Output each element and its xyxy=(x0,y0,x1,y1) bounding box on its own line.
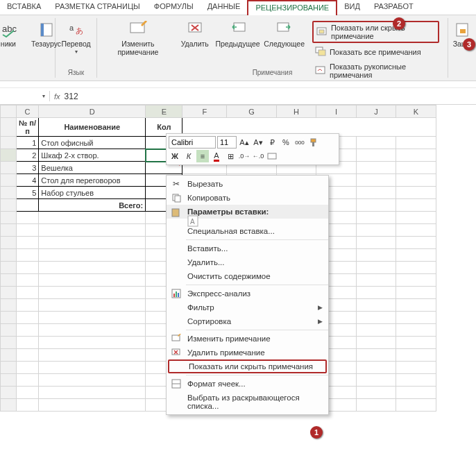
align-center-icon[interactable]: ≡ xyxy=(196,150,209,162)
col-header[interactable]: F xyxy=(182,105,227,118)
italic-button[interactable]: К xyxy=(182,150,195,162)
row-header[interactable] xyxy=(1,287,17,299)
row-header[interactable] xyxy=(1,387,17,399)
borders-icon[interactable]: ⊞ xyxy=(224,150,237,162)
col-header[interactable]: E xyxy=(146,105,182,118)
table-header[interactable]: № п/п xyxy=(16,118,39,137)
fx-label[interactable]: fx xyxy=(54,92,60,101)
cell[interactable]: 2 xyxy=(16,149,39,162)
show-all-comments-icon xyxy=(315,46,326,58)
cell[interactable]: 1 xyxy=(16,137,39,149)
col-header[interactable]: H xyxy=(276,105,316,118)
col-header[interactable]: J xyxy=(356,105,396,118)
row-header[interactable] xyxy=(1,349,17,362)
svg-rect-16 xyxy=(311,139,316,142)
row-header[interactable] xyxy=(1,337,17,349)
cell-total[interactable]: Всего: xyxy=(39,199,146,212)
col-header[interactable]: C xyxy=(16,105,39,118)
ctx-quick-analysis[interactable]: Экспресс-анализ xyxy=(167,287,328,300)
col-header[interactable]: G xyxy=(227,105,277,118)
row-header[interactable] xyxy=(1,399,17,412)
ctx-pick-from-list[interactable]: Выбрать из раскрывающегося списка... xyxy=(167,391,328,413)
ctx-sort[interactable]: Сортировка ▶ xyxy=(167,314,328,328)
font-family-input[interactable] xyxy=(169,136,216,149)
row-header[interactable] xyxy=(1,299,17,312)
row-header[interactable] xyxy=(1,162,17,174)
row-header[interactable] xyxy=(1,212,17,224)
mini-toolbar: A▴ A▾ ₽ % 000 Ж К ≡ A ⊞ .0→ ←.0 xyxy=(166,133,339,165)
row-header[interactable] xyxy=(1,362,17,374)
row-header[interactable] xyxy=(1,324,17,337)
row-header[interactable] xyxy=(1,312,17,324)
increase-decimal-icon[interactable]: .0→ xyxy=(238,150,250,162)
tab-insert[interactable]: ВСТАВКА xyxy=(0,0,48,15)
tab-view[interactable]: ВИД xyxy=(337,0,367,15)
bold-button[interactable]: Ж xyxy=(169,150,181,162)
row-header[interactable] xyxy=(1,249,17,262)
cell[interactable]: 3 xyxy=(16,162,39,174)
ctx-paste-option[interactable]: A xyxy=(167,219,328,224)
row-header[interactable] xyxy=(1,224,17,237)
name-box[interactable]: ▾ xyxy=(0,91,50,101)
show-hide-comment-button[interactable]: Показать или скрыть примечание xyxy=(312,21,439,43)
translate-button[interactable]: aあ Перевод ▾ xyxy=(58,18,93,68)
col-header[interactable]: I xyxy=(316,105,356,118)
tab-formulas[interactable]: ФОРМУЛЫ xyxy=(147,0,201,15)
row-header[interactable] xyxy=(1,118,17,137)
select-all-cell[interactable] xyxy=(1,105,17,118)
comma-format-icon[interactable]: 000 xyxy=(294,136,306,149)
edit-comment-button[interactable]: Изменить примечание xyxy=(101,18,175,68)
ctx-edit-comment[interactable]: Изменить примечание xyxy=(167,332,328,346)
ctx-delete-comment[interactable]: Удалить примечание xyxy=(167,346,328,359)
delete-comment-button[interactable]: Удалить xyxy=(178,18,212,68)
next-comment-button[interactable]: Следующее xyxy=(263,18,305,68)
accounting-format-icon[interactable]: ₽ xyxy=(266,136,278,149)
table-header[interactable]: Наименование xyxy=(39,118,146,137)
decrease-font-icon[interactable]: A▾ xyxy=(252,136,264,149)
row-header[interactable] xyxy=(1,187,17,199)
cell[interactable]: Стол офисный xyxy=(39,137,146,149)
cell[interactable]: Шкаф 2-х створ. xyxy=(39,149,146,162)
cell[interactable]: Стол для переговоров xyxy=(39,174,146,187)
cell[interactable]: 5 xyxy=(16,187,39,199)
merge-icon[interactable] xyxy=(266,150,278,162)
ctx-clear-contents[interactable]: Очистить содержимое xyxy=(167,269,328,283)
show-all-comments-button[interactable]: Показать все примечания xyxy=(312,45,439,59)
col-header[interactable]: D xyxy=(39,105,146,118)
col-header[interactable]: K xyxy=(396,105,436,118)
previous-comment-button[interactable]: Предыдущее xyxy=(215,18,261,68)
cell[interactable] xyxy=(16,199,39,212)
paste-icon xyxy=(171,207,182,219)
increase-font-icon[interactable]: A▴ xyxy=(238,136,250,149)
ctx-format-cells[interactable]: Формат ячеек... xyxy=(167,377,328,391)
cell[interactable]: Набор стульев xyxy=(39,187,146,199)
row-header[interactable] xyxy=(1,149,17,162)
row-header[interactable] xyxy=(1,262,17,274)
font-color-icon[interactable]: A xyxy=(210,150,223,162)
cell[interactable]: 4 xyxy=(16,174,39,187)
decrease-decimal-icon[interactable]: ←.0 xyxy=(252,150,264,162)
spellcheck-button[interactable]: abc ники xyxy=(0,18,26,68)
row-header[interactable] xyxy=(1,374,17,387)
row-header[interactable] xyxy=(1,174,17,187)
font-size-input[interactable] xyxy=(217,136,237,149)
row-header[interactable] xyxy=(1,137,17,149)
tab-developer[interactable]: РАЗРАБОТ xyxy=(367,0,420,15)
ctx-insert[interactable]: Вставить... xyxy=(167,242,328,255)
ctx-filter[interactable]: Фильтр ▶ xyxy=(167,300,328,314)
ctx-delete[interactable]: Удалить... xyxy=(167,255,328,269)
ctx-cut[interactable]: ✂ Вырезать xyxy=(167,177,328,191)
row-header[interactable] xyxy=(1,237,17,249)
format-painter-icon[interactable] xyxy=(307,136,320,149)
cell[interactable]: Вешелка xyxy=(39,162,146,174)
row-header[interactable] xyxy=(1,199,17,212)
row-header[interactable] xyxy=(1,274,17,287)
ctx-copy[interactable]: Копировать xyxy=(167,191,328,205)
tab-review[interactable]: РЕЦЕНЗИРОВАНИЕ xyxy=(247,0,337,15)
ctx-show-hide-comments[interactable]: Показать или скрыть примечания xyxy=(168,359,327,373)
tab-data[interactable]: ДАННЫЕ xyxy=(201,0,248,15)
ctx-paste-special[interactable]: Специальная вставка... xyxy=(167,224,328,238)
tab-page-layout[interactable]: РАЗМЕТКА СТРАНИЦЫ xyxy=(48,0,146,15)
formula-input[interactable]: 312 xyxy=(65,92,78,101)
percent-format-icon[interactable]: % xyxy=(280,136,292,149)
